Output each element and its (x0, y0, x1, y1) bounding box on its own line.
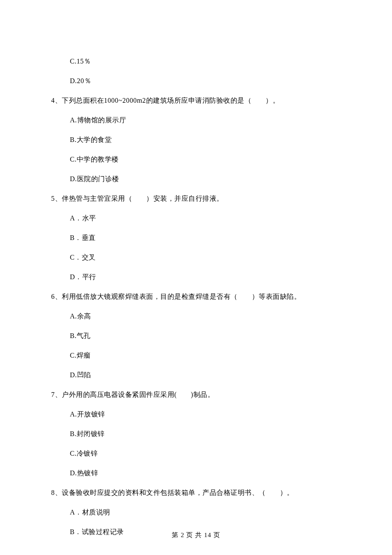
q7-option-d: D.热镀锌 (70, 468, 341, 478)
q7-option-b: B.封闭镀锌 (70, 429, 341, 439)
q5-option-d: D．平行 (70, 272, 341, 282)
q8-text: 8、设备验收时应提交的资料和文件包括装箱单，产品合格证明书、（ ）。 (51, 488, 341, 498)
page: C.15％ D.20％ 4、下列总面积在1000~2000m2的建筑场所应申请消… (0, 0, 392, 555)
q4-option-c: C.中学的教学楼 (70, 154, 341, 165)
q7-text: 7、户外用的高压电器设备紧固件应采用( )制品。 (51, 390, 341, 400)
q5-option-a: A．水平 (70, 213, 341, 223)
q4-option-a: A.博物馆的展示厅 (70, 115, 341, 125)
q7-option-c: C.冷镀锌 (70, 448, 341, 459)
page-footer: 第 2 页 共 14 页 (0, 530, 392, 540)
q3-option-c: C.15％ (70, 56, 341, 66)
q8-option-a: A．材质说明 (70, 507, 341, 517)
q6-text: 6、利用低倍放大镜观察焊缝表面，目的是检查焊缝是否有（ ）等表面缺陷。 (51, 292, 341, 302)
q4-text: 4、下列总面积在1000~2000m2的建筑场所应申请消防验收的是（ ）。 (51, 95, 341, 106)
q6-option-b: B.气孔 (70, 331, 341, 341)
q3-option-d: D.20％ (70, 76, 341, 86)
q5-text: 5、伴热管与主管宜采用（ ）安装，并应自行排液。 (51, 194, 341, 204)
q6-option-c: C.焊瘤 (70, 350, 341, 361)
q6-option-d: D.凹陷 (70, 370, 341, 380)
q6-option-a: A.余高 (70, 311, 341, 321)
q4-option-d: D.医院的门诊楼 (70, 174, 341, 184)
q4-option-b: B.大学的食堂 (70, 135, 341, 145)
q5-option-b: B．垂直 (70, 233, 341, 243)
q5-option-c: C．交叉 (70, 252, 341, 263)
q7-option-a: A.开放镀锌 (70, 409, 341, 419)
